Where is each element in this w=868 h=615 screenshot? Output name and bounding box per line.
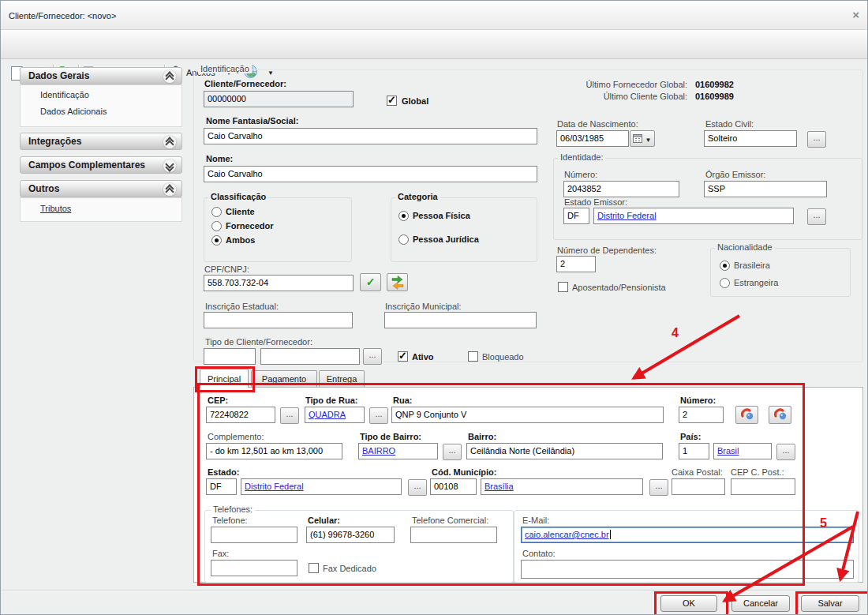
buscar-endereco-button-1[interactable] <box>735 406 758 424</box>
num-dependentes-input[interactable]: 2 <box>556 256 596 272</box>
categoria-title: Categoria <box>395 192 440 201</box>
sidebar-section-dados-gerais[interactable]: Dados Gerais <box>20 67 182 84</box>
telefone-comercial-input[interactable] <box>410 527 497 543</box>
bloqueado-label: Bloqueado <box>482 352 524 362</box>
cep-lookup-button[interactable]: ... <box>280 407 299 424</box>
municipio-nome-input[interactable]: Brasília <box>481 478 643 495</box>
estado-nome-input[interactable]: Distrito Federal <box>241 478 402 495</box>
tipo-rua-input[interactable]: QUADRA <box>305 407 365 423</box>
expand-chevron-icon[interactable] <box>163 159 176 172</box>
sidebar-section-outros[interactable]: Outros <box>20 180 182 197</box>
caixa-postal-input[interactable] <box>672 478 725 495</box>
fax-dedicado-checkbox[interactable] <box>309 563 319 573</box>
contato-input[interactable] <box>521 560 854 579</box>
inscricao-municipal-input[interactable] <box>384 312 537 328</box>
footer-divider <box>1 590 868 591</box>
categoria-radio-pessoa-juridica[interactable] <box>398 234 409 245</box>
nacionalidade-brasileira-label: Brasileira <box>734 261 770 270</box>
buscar-endereco-button-2[interactable] <box>769 406 791 424</box>
data-nascimento-calendar-button[interactable]: ▼ <box>630 130 655 147</box>
ok-button[interactable]: OK <box>660 595 717 612</box>
nome-input[interactable]: Caio Carvalho <box>204 166 537 182</box>
inscricao-estadual-input[interactable] <box>204 312 353 328</box>
bairro-input[interactable]: Ceilândia Norte (Ceilândia) <box>466 443 663 459</box>
estado-emissor-nome-input[interactable]: Distrito Federal <box>593 208 794 224</box>
ultimo-cliente-value: 01609989 <box>695 92 734 101</box>
sidebar-section-campos-complementares[interactable]: Campos Complementares <box>20 156 182 174</box>
classificacao-radio-ambos[interactable] <box>211 235 222 246</box>
cep-caixa-postal-input[interactable] <box>731 478 795 495</box>
estado-emissor-lookup-button[interactable]: ... <box>807 208 826 225</box>
estado-uf-input[interactable]: DF <box>206 478 237 495</box>
celular-input[interactable]: (61) 99678-3260 <box>306 527 395 543</box>
validate-cpf-button[interactable]: ✓ <box>360 273 381 291</box>
categoria-radio-pessoa-fisica[interactable] <box>398 211 409 221</box>
nacionalidade-title: Nacionalidade <box>715 242 775 252</box>
estado-civil-input[interactable]: Solteiro <box>704 130 797 147</box>
collapse-chevron-icon[interactable] <box>163 183 176 196</box>
cep-input[interactable]: 72240822 <box>206 407 275 423</box>
cancelar-button[interactable]: Cancelar <box>731 595 790 612</box>
nome-fantasia-input[interactable]: Caio Carvalho <box>204 128 537 144</box>
complemento-input[interactable]: - do km 12,501 ao km 13,000 <box>206 443 342 459</box>
ativo-checkbox[interactable] <box>398 351 408 362</box>
estado-civil-lookup-button[interactable]: ... <box>807 131 826 148</box>
pais-lookup-button[interactable]: ... <box>776 444 795 460</box>
municipio-lookup-button[interactable]: ... <box>649 479 668 496</box>
ultimo-fornecedor-value: 01609982 <box>695 80 734 89</box>
tipo-bairro-input[interactable]: BAIRRO <box>358 443 438 459</box>
salvar-button[interactable]: Salvar <box>801 595 859 612</box>
estado-emissor-label: Estado Emissor: <box>564 197 627 207</box>
email-input[interactable]: caio.alencar@cnec.br <box>521 527 854 543</box>
sidebar-item-dados-adicionais[interactable]: Dados Adicionais <box>40 107 107 116</box>
bloqueado-checkbox[interactable] <box>468 351 478 362</box>
categoria-groupbox <box>391 197 537 262</box>
tab-entrega[interactable]: Entrega <box>319 370 365 387</box>
sidebar-item-identificacao[interactable]: Identificação <box>40 90 89 99</box>
estado-emissor-uf-input[interactable]: DF <box>563 208 589 224</box>
sidebar-item-tributos[interactable]: Tributos <box>40 204 71 213</box>
global-label: Global <box>402 96 428 106</box>
fax-input[interactable] <box>211 560 297 576</box>
orgao-emissor-input[interactable]: SSP <box>704 181 827 197</box>
global-checkbox[interactable] <box>387 96 397 106</box>
cod-municipio-input[interactable]: 00108 <box>430 478 477 495</box>
nacionalidade-radio-brasileira[interactable] <box>720 261 730 271</box>
magnet-globe-icon <box>740 408 754 421</box>
close-icon[interactable]: × <box>852 8 859 21</box>
cpf-cnpj-label: CPF/CNPJ: <box>204 264 249 274</box>
classificacao-radio-fornecedor[interactable] <box>211 221 222 231</box>
tab-pagamento[interactable]: Pagamento <box>251 370 317 387</box>
cod-municipio-label: Cód. Município: <box>432 467 496 477</box>
sync-cpf-button[interactable] <box>387 273 408 291</box>
tipo-cliente-descricao-input[interactable] <box>260 348 360 365</box>
estado-lookup-button[interactable]: ... <box>408 479 427 496</box>
collapse-chevron-icon[interactable] <box>163 136 176 148</box>
collapse-chevron-icon[interactable] <box>163 70 176 83</box>
identidade-numero-input[interactable]: 2043852 <box>563 181 679 197</box>
telefone-input[interactable] <box>211 527 297 543</box>
tab-principal[interactable]: Principal <box>200 369 249 388</box>
numero-input[interactable]: 2 <box>679 407 724 423</box>
tipo-cliente-lookup-button[interactable]: ... <box>363 348 382 365</box>
tipo-bairro-lookup-button[interactable]: ... <box>443 444 462 460</box>
tipo-rua-lookup-button[interactable]: ... <box>369 407 388 424</box>
aposentado-checkbox[interactable] <box>558 282 568 292</box>
pais-nome-input[interactable]: Brasil <box>713 443 772 459</box>
rua-input[interactable]: QNP 9 Conjunto V <box>391 407 664 423</box>
nome-label: Nome: <box>206 154 233 163</box>
classificacao-radio-cliente[interactable] <box>211 207 222 217</box>
calendar-icon <box>633 133 642 143</box>
data-nascimento-input[interactable]: 06/03/1985 <box>556 130 629 147</box>
sync-icon <box>391 275 404 291</box>
tipo-cliente-codigo-input[interactable] <box>204 348 256 365</box>
cpf-cnpj-input[interactable]: 558.703.732-04 <box>204 275 354 291</box>
sidebar-section-integracoes[interactable]: Integrações <box>20 133 182 150</box>
nacionalidade-radio-estrangeira[interactable] <box>720 278 730 288</box>
cliente-fornecedor-input[interactable]: 00000000 <box>204 91 354 107</box>
ultimo-cliente-label: Último Cliente Global: <box>555 92 687 101</box>
celular-label: Celular: <box>308 516 340 525</box>
identidade-numero-label: Número: <box>564 170 597 179</box>
classificacao-cliente-label: Cliente <box>226 207 255 216</box>
pais-codigo-input[interactable]: 1 <box>679 443 709 459</box>
